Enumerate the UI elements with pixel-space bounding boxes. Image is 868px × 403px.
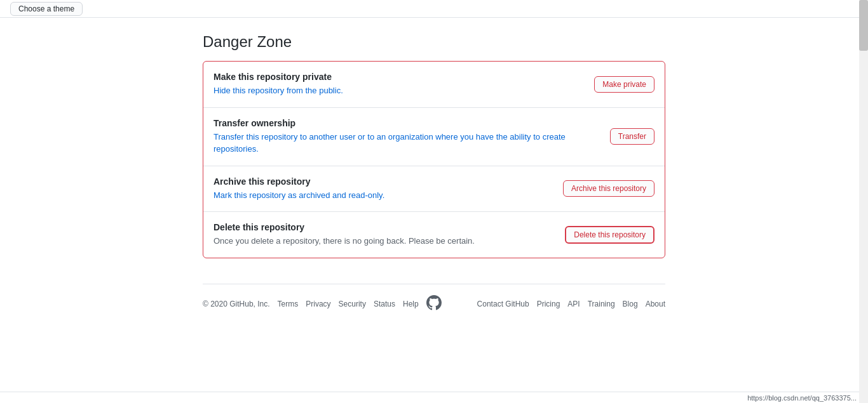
delete-button[interactable]: Delete this repository (565, 226, 654, 244)
github-logo-icon (426, 295, 442, 310)
danger-item-archive-title: Archive this repository (214, 176, 553, 187)
danger-item-make-private-text: Make this repository private Hide this r… (214, 72, 594, 97)
danger-item-make-private: Make this repository private Hide this r… (203, 62, 665, 108)
choose-theme-button[interactable]: Choose a theme (10, 2, 83, 16)
footer-link-about[interactable]: About (646, 300, 665, 308)
footer-center (426, 295, 442, 312)
danger-zone-box: Make this repository private Hide this r… (203, 61, 665, 258)
danger-item-delete-text: Delete this repository Once you delete a… (214, 222, 565, 248)
transfer-button[interactable]: Transfer (610, 128, 654, 145)
danger-item-delete-desc-text: Once you delete a repository, there is n… (214, 236, 475, 246)
footer: © 2020 GitHub, Inc. Terms Privacy Securi… (203, 284, 665, 319)
danger-item-make-private-desc: Hide this repository from the public. (214, 84, 584, 97)
danger-item-delete: Delete this repository Once you delete a… (203, 212, 665, 258)
footer-copyright: © 2020 GitHub, Inc. (203, 300, 270, 308)
footer-link-contact-github[interactable]: Contact GitHub (477, 300, 529, 308)
scrollbar-thumb[interactable] (859, 0, 868, 51)
footer-link-blog[interactable]: Blog (623, 300, 638, 308)
danger-item-transfer-text: Transfer ownership Transfer this reposit… (214, 118, 610, 155)
footer-right: Contact GitHub Pricing API Training Blog… (477, 300, 665, 308)
footer-link-help[interactable]: Help (403, 300, 419, 308)
footer-link-api[interactable]: API (567, 300, 580, 308)
danger-item-delete-desc: Once you delete a repository, there is n… (214, 235, 555, 248)
scrollbar[interactable] (859, 0, 868, 344)
footer-link-terms[interactable]: Terms (278, 300, 299, 308)
danger-item-transfer-desc: Transfer this repository to another user… (214, 131, 600, 155)
main-content: Danger Zone Make this repository private… (193, 18, 675, 344)
footer-link-status[interactable]: Status (374, 300, 395, 308)
footer-link-security[interactable]: Security (339, 300, 366, 308)
danger-zone-title: Danger Zone (203, 33, 665, 51)
danger-item-archive-text: Archive this repository Mark this reposi… (214, 176, 563, 202)
footer-link-pricing[interactable]: Pricing (537, 300, 560, 308)
archive-button[interactable]: Archive this repository (563, 180, 654, 197)
danger-item-transfer-title: Transfer ownership (214, 118, 600, 128)
danger-item-make-private-title: Make this repository private (214, 72, 584, 82)
make-private-button[interactable]: Make private (594, 76, 654, 93)
top-bar: Choose a theme (0, 0, 868, 18)
footer-link-privacy[interactable]: Privacy (306, 300, 330, 308)
danger-item-delete-title: Delete this repository (214, 222, 555, 232)
danger-item-archive-desc: Mark this repository as archived and rea… (214, 189, 553, 202)
footer-link-training[interactable]: Training (588, 300, 615, 308)
footer-left: © 2020 GitHub, Inc. Terms Privacy Securi… (203, 300, 419, 308)
danger-item-transfer: Transfer ownership Transfer this reposit… (203, 108, 665, 166)
danger-item-archive: Archive this repository Mark this reposi… (203, 166, 665, 213)
